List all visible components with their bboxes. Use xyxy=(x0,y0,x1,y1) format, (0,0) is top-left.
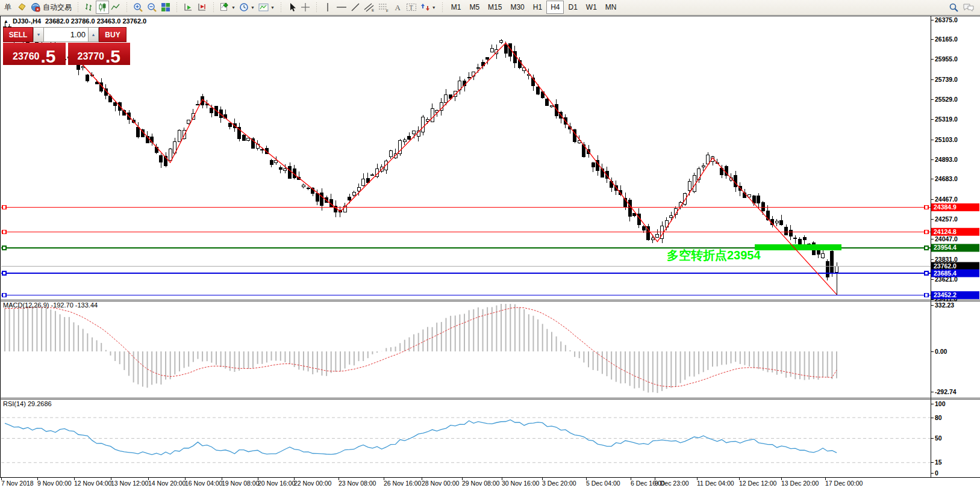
timeframe-w1-button[interactable]: W1 xyxy=(582,1,601,14)
sell-button[interactable]: SELL xyxy=(3,27,33,42)
panel-collapse-icon[interactable]: ▲ xyxy=(4,19,8,24)
search-icon xyxy=(949,2,959,13)
zoom-in-icon xyxy=(133,2,143,13)
svg-text:24683.0: 24683.0 xyxy=(935,175,958,182)
toolbar-separator xyxy=(125,2,129,13)
chart-ohlc-title: ▲ DJ30-,H4 23682.0 23786.0 23463.0 23762… xyxy=(4,17,146,25)
svg-text:29 Nov 08:00: 29 Nov 08:00 xyxy=(462,480,500,487)
svg-text:23685.4: 23685.4 xyxy=(934,270,957,277)
fibonacci-icon: F xyxy=(378,2,389,12)
tile-windows-button[interactable] xyxy=(159,1,172,14)
line-chart-button[interactable] xyxy=(109,1,122,14)
svg-text:16 Nov 04:00: 16 Nov 04:00 xyxy=(185,480,223,487)
svg-text:23452.2: 23452.2 xyxy=(934,291,957,298)
svg-text:26 Nov 16:00: 26 Nov 16:00 xyxy=(384,480,422,487)
timeframe-h4-button[interactable]: H4 xyxy=(546,1,564,14)
timeframe-d1-button[interactable]: D1 xyxy=(564,1,581,14)
timeframe-m1-button[interactable]: M1 xyxy=(447,1,466,14)
buy-price-frac: .5 xyxy=(105,49,120,64)
svg-text:25103.0: 25103.0 xyxy=(935,136,958,143)
timeframe-mn-button[interactable]: MN xyxy=(601,1,621,14)
auto-scroll-button[interactable] xyxy=(181,1,195,14)
search-button[interactable] xyxy=(947,1,961,14)
cursor-button[interactable] xyxy=(286,1,299,14)
pivot-annotation-text[interactable]: 多空转折点23954 xyxy=(667,249,761,262)
periods-button[interactable]: ▼ xyxy=(237,1,257,14)
sell-price-button[interactable]: 23760 .5 xyxy=(3,43,66,65)
arrows-tool-button[interactable]: ▼ xyxy=(419,1,438,14)
svg-text:19 Nov 08:00: 19 Nov 08:00 xyxy=(222,480,260,487)
vertical-line-tool-button[interactable] xyxy=(321,1,334,14)
svg-text:0: 0 xyxy=(935,469,938,477)
text-label-tool-button[interactable]: T xyxy=(404,1,419,14)
trade-panel-controls: SELL ▼ ▲ BUY xyxy=(3,27,130,42)
dropdown-caret-icon: ▼ xyxy=(270,5,275,10)
timeframe-h1-button[interactable]: H1 xyxy=(529,1,546,14)
svg-text:23954.4: 23954.4 xyxy=(934,244,957,251)
ohlc-values: 23682.0 23786.0 23463.0 23762.0 xyxy=(45,17,146,25)
svg-text:17 Dec 00:00: 17 Dec 00:00 xyxy=(825,480,863,487)
svg-text:14 Nov 20:00: 14 Nov 20:00 xyxy=(148,480,186,487)
add-indicator-button[interactable]: ▼ xyxy=(218,1,237,14)
auto-scroll-icon xyxy=(183,2,193,12)
zoom-in-button[interactable] xyxy=(131,1,145,14)
chart-shift-button[interactable] xyxy=(195,1,209,14)
sell-price-frac: .5 xyxy=(40,49,55,64)
svg-text:F: F xyxy=(386,9,389,13)
svg-text:9 Dec 23:00: 9 Dec 23:00 xyxy=(655,480,689,487)
volume-decrease-button[interactable]: ▼ xyxy=(33,27,44,42)
zoom-out-button[interactable] xyxy=(145,1,159,14)
timeframe-m15-button[interactable]: M15 xyxy=(484,1,506,14)
tile-windows-icon xyxy=(161,2,170,12)
trade-panel-prices: 23760 .5 23770 .5 xyxy=(3,43,130,65)
timeframe-m5-button[interactable]: M5 xyxy=(465,1,484,14)
svg-text:24047.0: 24047.0 xyxy=(935,235,958,242)
svg-text:25739.0: 25739.0 xyxy=(935,76,958,83)
add-indicator-icon xyxy=(220,2,230,12)
horizontal-line-tool-button[interactable] xyxy=(334,1,349,14)
svg-text:24384.9: 24384.9 xyxy=(934,203,957,211)
text-tool-button[interactable]: A xyxy=(391,1,404,14)
new-order-button[interactable]: 单 xyxy=(1,1,14,14)
fibonacci-tool-button[interactable]: F xyxy=(376,1,391,14)
text-icon: A xyxy=(393,2,402,12)
candlestick-chart-button[interactable] xyxy=(96,1,109,14)
buy-button[interactable]: BUY xyxy=(99,27,126,42)
autotrade-icon xyxy=(31,2,41,12)
svg-text:12 Nov 04:00: 12 Nov 04:00 xyxy=(74,480,112,487)
svg-text:28 Nov 00:00: 28 Nov 00:00 xyxy=(422,480,460,487)
autotrade-label: 自动交易 xyxy=(43,2,72,13)
svg-text:12 Dec 12:00: 12 Dec 12:00 xyxy=(739,480,777,487)
autotrade-button[interactable]: 自动交易 xyxy=(29,1,73,14)
toolbar-separator xyxy=(440,2,445,13)
volume-input[interactable] xyxy=(44,27,88,42)
equidistant-channel-tool-button[interactable]: E xyxy=(362,1,376,14)
svg-text:24124.8: 24124.8 xyxy=(934,228,957,235)
trendline-icon xyxy=(351,2,360,12)
svg-text:25529.0: 25529.0 xyxy=(935,96,958,103)
trendline-tool-button[interactable] xyxy=(349,1,362,14)
buy-price-int: 23770 xyxy=(77,52,104,64)
timeframe-m30-button[interactable]: M30 xyxy=(506,1,528,14)
dropdown-caret-icon: ▼ xyxy=(432,5,436,10)
toolbar: 单 自动交易 xyxy=(0,0,980,15)
green-highlight-bar[interactable] xyxy=(755,244,841,250)
svg-text:T: T xyxy=(409,4,413,11)
sponge-icon-glyph xyxy=(16,3,27,11)
chat-icon xyxy=(963,2,975,12)
dropdown-caret-icon: ▼ xyxy=(231,5,236,10)
bar-chart-button[interactable] xyxy=(83,1,96,14)
chat-button[interactable] xyxy=(961,1,976,14)
macd-label: MACD(12,26,9) -192.70 -133.44 xyxy=(3,301,98,309)
buy-price-button[interactable]: 23770 .5 xyxy=(68,43,131,65)
clock-icon xyxy=(239,2,249,12)
chart-canvas[interactable]: 多空转折点2395426375.026165.025955.025739.025… xyxy=(0,0,980,488)
toolbar-separator xyxy=(211,2,216,13)
crosshair-button[interactable] xyxy=(299,1,312,14)
templates-button[interactable]: ▼ xyxy=(257,1,276,14)
svg-text:24257.0: 24257.0 xyxy=(935,215,958,223)
arrows-icon xyxy=(420,2,431,12)
volume-increase-button[interactable]: ▲ xyxy=(88,27,99,42)
sponge-icon[interactable] xyxy=(14,1,29,14)
svg-text:11 Dec 04:00: 11 Dec 04:00 xyxy=(697,480,734,487)
